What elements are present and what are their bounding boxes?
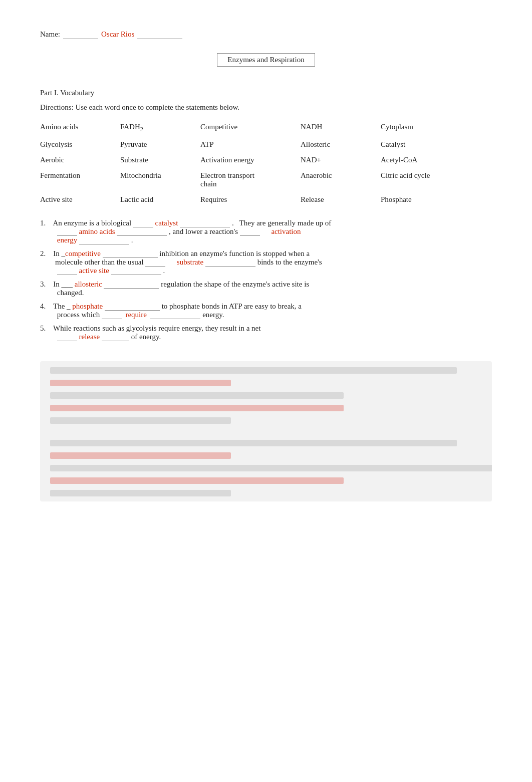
blur-line-5 xyxy=(50,417,231,424)
q5-blank2 xyxy=(102,333,129,341)
q2-blank1 xyxy=(103,249,158,258)
q1-text2: . They are generally made up of xyxy=(232,219,331,227)
vocab-mitochondria: Mitochondria xyxy=(120,171,200,188)
q4-blank3 xyxy=(150,311,200,319)
q1-blank2 xyxy=(180,219,230,227)
q2-blank2 xyxy=(145,258,165,267)
vocab-anaerobic: Anaerobic xyxy=(301,171,381,188)
vocab-grid: Amino acids FADH2 Competitive NADH Cytop… xyxy=(40,123,492,204)
q1-answer-energy: energy xyxy=(57,236,79,244)
q1-blank3 xyxy=(57,227,77,236)
q4-answer-require: require xyxy=(124,311,149,319)
part-heading: Part I. Vocabulary xyxy=(40,89,492,97)
q1-answer-activation: activation xyxy=(271,227,301,235)
q4-text4: energy. xyxy=(202,311,224,319)
blur-line-7 xyxy=(50,452,231,459)
q1-blank4 xyxy=(117,227,167,236)
blur-line-8 xyxy=(50,465,492,471)
vocab-release: Release xyxy=(301,195,381,204)
name-label: Name: xyxy=(40,30,60,39)
blur-line-3 xyxy=(50,392,344,399)
title-wrapper: Enzymes and Respiration xyxy=(40,53,492,78)
vocab-pyruvate: Pyruvate xyxy=(120,140,200,149)
q1-text3: , and lower a reaction's xyxy=(169,227,240,235)
q1-text4: . xyxy=(131,236,133,244)
blur-line-1 xyxy=(50,367,457,374)
vocab-amino-acids: Amino acids xyxy=(40,123,120,133)
q4-text2: to phosphate bonds in ATP are easy to br… xyxy=(162,302,302,310)
q1-answer-amino-acids: amino acids xyxy=(79,227,117,235)
q4-answer-phosphate: phosphate xyxy=(72,302,103,310)
questions-section: 1. An enzyme is a biological catalyst . … xyxy=(40,219,492,341)
q4-number: 4. xyxy=(40,302,52,310)
q2-text4: binds to the enzyme's xyxy=(257,258,322,266)
q4-text1: The _ xyxy=(53,302,72,310)
name-blank2 xyxy=(137,30,182,39)
q2-text1: In _ xyxy=(53,249,65,257)
page-title: Enzymes and Respiration xyxy=(227,56,304,64)
vocab-aerobic: Aerobic xyxy=(40,156,120,164)
title-box: Enzymes and Respiration xyxy=(217,53,315,67)
q5-number: 5. xyxy=(40,324,52,332)
q3-text1: In ___ xyxy=(53,280,75,288)
q2-answer-active-site: active site xyxy=(79,267,109,275)
directions: Directions: Use each word once to comple… xyxy=(40,103,492,112)
q5-text2: of energy. xyxy=(131,333,161,341)
q2-text3: molecule other than the usual xyxy=(55,258,145,266)
q1-number: 1. xyxy=(40,219,52,227)
q2-text2: inhibition an enzyme's function is stopp… xyxy=(159,249,310,257)
vocab-glycolysis: Glycolysis xyxy=(40,140,120,149)
vocab-nad-plus: NAD+ xyxy=(301,156,381,164)
vocab-atp: ATP xyxy=(200,140,301,149)
blur-line-6 xyxy=(50,440,457,446)
question-2: 2. In _competitive inhibition an enzyme'… xyxy=(40,249,492,275)
q2-blank3 xyxy=(205,258,255,267)
question-5: 5. While reactions such as glycolysis re… xyxy=(40,324,492,341)
q1-text-before: An enzyme is a biological xyxy=(53,219,133,227)
q2-blank5 xyxy=(111,267,161,275)
q3-text3: changed. xyxy=(57,289,84,297)
q5-blank1 xyxy=(57,333,77,341)
vocab-fermentation: Fermentation xyxy=(40,171,120,188)
question-4: 4. The _ phosphate to phosphate bonds in… xyxy=(40,302,492,319)
vocab-activation-energy: Activation energy xyxy=(200,156,301,164)
q3-number: 3. xyxy=(40,280,52,288)
vocab-phosphate: Phosphate xyxy=(381,195,461,204)
vocab-fadh2: FADH2 xyxy=(120,123,200,133)
q1-answer-catalyst: catalyst xyxy=(155,219,180,227)
vocab-citric-acid-cycle: Citric acid cycle xyxy=(381,171,461,188)
vocab-cytoplasm: Cytoplasm xyxy=(381,123,461,133)
name-blank xyxy=(63,30,98,39)
q3-answer-allosteric: allosteric xyxy=(75,280,102,288)
q2-answer-substrate: substrate xyxy=(177,258,203,266)
blurred-content xyxy=(40,361,492,501)
vocab-requires: Requires xyxy=(200,195,301,204)
vocab-nadh: NADH xyxy=(301,123,381,133)
vocab-active-site: Active site xyxy=(40,195,120,204)
q5-text1: While reactions such as glycolysis requi… xyxy=(53,324,260,332)
q2-number: 2. xyxy=(40,249,52,257)
q4-blank1 xyxy=(105,302,160,311)
vocab-catalyst: Catalyst xyxy=(381,140,461,149)
vocab-allosteric: Allosteric xyxy=(301,140,381,149)
blur-line-9 xyxy=(50,477,344,484)
name-line: Name: Oscar Rios xyxy=(40,30,492,39)
vocab-lactic-acid: Lactic acid xyxy=(120,195,200,204)
vocab-etc: Electron transportchain xyxy=(200,171,301,188)
q4-text3: process which xyxy=(57,311,102,319)
q2-text5: . xyxy=(163,267,165,275)
q1-blank6 xyxy=(79,236,129,244)
blur-line-4 xyxy=(50,405,344,411)
q2-answer-competitive: competitive xyxy=(65,249,101,257)
question-3: 3. In ___ allosteric regulation the shap… xyxy=(40,280,492,297)
q1-blank5 xyxy=(240,227,260,236)
blur-line-2 xyxy=(50,380,231,386)
vocab-acetyl-coa: Acetyl-CoA xyxy=(381,156,461,164)
q1-blank1 xyxy=(133,219,153,227)
vocab-substrate: Substrate xyxy=(120,156,200,164)
blur-line-10 xyxy=(50,490,231,496)
q3-blank1 xyxy=(104,280,159,289)
question-1: 1. An enzyme is a biological catalyst . … xyxy=(40,219,492,244)
vocab-competitive: Competitive xyxy=(200,123,301,133)
q3-text2: regulation the shape of the enzyme's act… xyxy=(161,280,309,288)
